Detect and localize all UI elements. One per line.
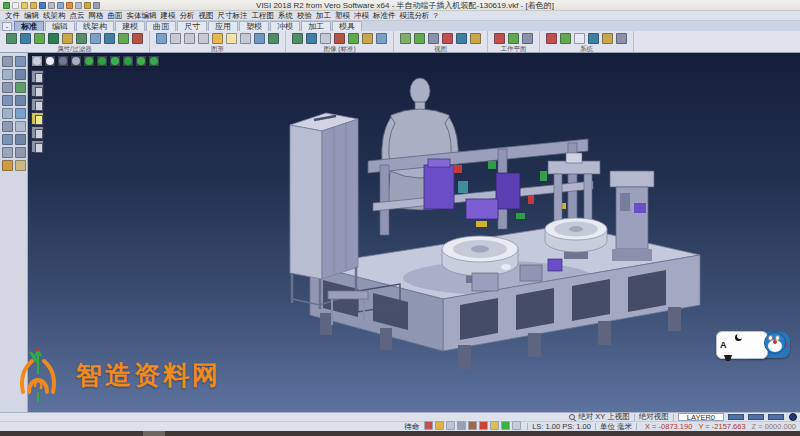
- chamfer-tool-icon[interactable]: [15, 121, 26, 132]
- ribbon-tab[interactable]: 建模: [115, 21, 145, 31]
- screenshot-icon[interactable]: [84, 2, 91, 9]
- move-tool-icon[interactable]: [2, 95, 13, 106]
- named-view-icon[interactable]: [456, 33, 467, 44]
- menu-item[interactable]: 工程图: [252, 11, 275, 21]
- calculator-icon[interactable]: [574, 33, 585, 44]
- pan-icon[interactable]: [428, 33, 439, 44]
- save-icon[interactable]: [39, 2, 46, 9]
- menu-item[interactable]: 文件: [5, 11, 20, 21]
- wireframe-render-icon[interactable]: [306, 33, 317, 44]
- layer-filter-icon[interactable]: [90, 33, 101, 44]
- refresh-icon[interactable]: [501, 421, 510, 430]
- menu-item[interactable]: ?: [434, 11, 438, 20]
- zoom-fit-icon[interactable]: [400, 33, 411, 44]
- ime-lang-indicator[interactable]: A: [720, 340, 727, 350]
- dimension-tool-icon[interactable]: [15, 147, 26, 158]
- menu-item[interactable]: 分析: [180, 11, 195, 21]
- help-system-icon[interactable]: [616, 33, 627, 44]
- app-icon[interactable]: [3, 2, 10, 9]
- moon-icon[interactable]: [735, 334, 742, 341]
- dock-button-1[interactable]: [31, 70, 44, 83]
- line-filter-icon[interactable]: [34, 33, 45, 44]
- zoom-window-icon[interactable]: [414, 33, 425, 44]
- ime-toolbar[interactable]: A: [716, 330, 792, 362]
- menu-item[interactable]: 曲面: [108, 11, 123, 21]
- view-menu-icon[interactable]: [31, 55, 43, 67]
- menu-item[interactable]: 校验: [297, 11, 312, 21]
- ime-status-panel[interactable]: A: [716, 331, 768, 359]
- group-filter-icon[interactable]: [104, 33, 115, 44]
- color-filter-icon[interactable]: [76, 33, 87, 44]
- copy-layer-icon[interactable]: [184, 33, 195, 44]
- menu-item[interactable]: 加工: [316, 11, 331, 21]
- menu-item[interactable]: 塑模: [335, 11, 350, 21]
- ribbon-collapse-button[interactable]: -: [2, 22, 12, 31]
- undo-icon[interactable]: [66, 2, 73, 9]
- workplane-list-icon[interactable]: [522, 33, 533, 44]
- dock-button-4[interactable]: [31, 112, 44, 125]
- layer-list-icon[interactable]: [226, 33, 237, 44]
- previous-view-icon[interactable]: [442, 33, 453, 44]
- menu-item[interactable]: 视图: [199, 11, 214, 21]
- extend-tool-icon[interactable]: [15, 69, 26, 80]
- light-icon[interactable]: [362, 33, 373, 44]
- menu-item[interactable]: 网格: [89, 11, 104, 21]
- ribbon-tab[interactable]: 尺寸: [177, 21, 207, 31]
- menu-item[interactable]: 线架构: [43, 11, 66, 21]
- top-view-icon[interactable]: [109, 55, 121, 67]
- hidden-line-icon[interactable]: [320, 33, 331, 44]
- ribbon-tab[interactable]: 模具: [332, 21, 362, 31]
- visibility-filter-icon[interactable]: [118, 33, 129, 44]
- surface-filter-icon[interactable]: [48, 33, 59, 44]
- freeze-layer-icon[interactable]: [254, 33, 265, 44]
- workplane-icon[interactable]: [479, 421, 488, 430]
- system-settings-icon[interactable]: [546, 33, 557, 44]
- menu-item[interactable]: 尺寸标注: [218, 11, 248, 21]
- new-file-icon[interactable]: [12, 2, 19, 9]
- menu-item[interactable]: 系统: [278, 11, 293, 21]
- dynamic-view-icon[interactable]: [148, 55, 160, 67]
- workplane-create-icon[interactable]: [494, 33, 505, 44]
- wireframe-view-icon[interactable]: [57, 55, 69, 67]
- hide-layer-icon[interactable]: [240, 33, 251, 44]
- current-layer-icon[interactable]: [212, 33, 223, 44]
- ribbon-tab[interactable]: 标准: [14, 21, 44, 31]
- print-icon[interactable]: [48, 2, 55, 9]
- plugin-icon[interactable]: [560, 33, 571, 44]
- shaded-render-icon[interactable]: [292, 33, 303, 44]
- rotate-tool-icon[interactable]: [15, 95, 26, 106]
- customize-dropdown-icon[interactable]: [93, 2, 100, 9]
- point-filter-icon[interactable]: [20, 33, 31, 44]
- layer-cylinder-icon[interactable]: [490, 421, 499, 430]
- dock-button-2[interactable]: [31, 84, 44, 97]
- array-tool-icon[interactable]: [15, 108, 26, 119]
- open-recent-icon[interactable]: [30, 2, 37, 9]
- menu-item[interactable]: 模流分析: [400, 11, 430, 21]
- workplane-align-icon[interactable]: [508, 33, 519, 44]
- ribbon-tab[interactable]: 冲模: [270, 21, 300, 31]
- dock-button-5[interactable]: [31, 126, 44, 139]
- mirror-tool-icon[interactable]: [15, 82, 26, 93]
- menu-item[interactable]: 实体编辑: [127, 11, 157, 21]
- ribbon-tab[interactable]: 应用: [208, 21, 238, 31]
- macro-icon[interactable]: [602, 33, 613, 44]
- open-file-icon[interactable]: [21, 2, 28, 9]
- ribbon-tab[interactable]: 线架构: [76, 21, 114, 31]
- background-icon[interactable]: [376, 33, 387, 44]
- trim-tool-icon[interactable]: [2, 69, 13, 80]
- dock-button-6[interactable]: [31, 140, 44, 153]
- layer-color-icon[interactable]: [268, 33, 279, 44]
- mannequin-toggle-icon[interactable]: [70, 55, 82, 67]
- rotate-view-icon[interactable]: [470, 33, 481, 44]
- pillar-icon[interactable]: [446, 421, 455, 430]
- side-view-icon[interactable]: [122, 55, 134, 67]
- offset-tool-icon[interactable]: [2, 82, 13, 93]
- mannequin-icon[interactable]: [457, 421, 466, 430]
- menu-item[interactable]: 冲模: [354, 11, 369, 21]
- menu-item[interactable]: 点云: [70, 11, 85, 21]
- join-tool-icon[interactable]: [15, 134, 26, 145]
- scale-tool-icon[interactable]: [2, 108, 13, 119]
- layer-manager-icon[interactable]: [156, 33, 167, 44]
- dock-button-3[interactable]: [31, 98, 44, 111]
- ribbon-tab[interactable]: 塑模: [239, 21, 269, 31]
